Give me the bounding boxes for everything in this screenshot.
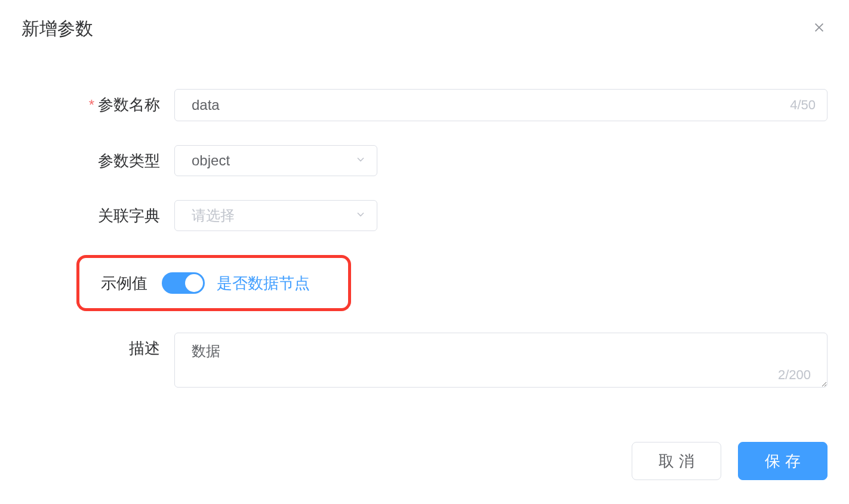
example-highlight: 示例值 是否数据节点 — [76, 255, 351, 311]
param-type-select-wrap: object — [174, 145, 377, 176]
param-form: *参数名称 4/50 参数类型 object — [21, 89, 828, 390]
dictionary-placeholder: 请选择 — [192, 206, 235, 225]
param-type-label: 参数类型 — [69, 145, 174, 176]
close-icon[interactable] — [811, 19, 828, 36]
param-name-input-wrap: 4/50 — [174, 89, 828, 121]
example-row: 示例值 是否数据节点 — [91, 255, 828, 311]
required-mark: * — [89, 97, 94, 113]
param-name-counter: 4/50 — [790, 97, 816, 113]
add-param-modal: 新增参数 *参数名称 4/50 参数类型 — [0, 0, 849, 504]
param-type-control: object — [174, 145, 828, 176]
dictionary-select-wrap: 请选择 — [174, 200, 377, 231]
example-label: 示例值 — [79, 273, 162, 294]
param-name-row: *参数名称 4/50 — [69, 89, 828, 121]
description-textarea-wrap: 2/200 — [174, 333, 828, 390]
modal-header: 新增参数 — [21, 17, 828, 41]
description-control: 2/200 — [174, 333, 828, 390]
param-type-select[interactable]: object — [174, 145, 377, 176]
data-node-toggle[interactable] — [162, 272, 205, 294]
param-name-input[interactable] — [174, 89, 828, 121]
save-button[interactable]: 保存 — [738, 442, 828, 480]
cancel-button[interactable]: 取消 — [632, 442, 721, 480]
toggle-knob — [185, 274, 203, 292]
modal-footer: 取消 保存 — [632, 442, 828, 480]
data-node-toggle-label: 是否数据节点 — [217, 273, 310, 294]
dictionary-row: 关联字典 请选择 — [69, 200, 828, 231]
param-name-control: 4/50 — [174, 89, 828, 121]
modal-title: 新增参数 — [21, 17, 93, 41]
description-counter: 2/200 — [778, 367, 811, 383]
description-row: 描述 2/200 — [69, 333, 828, 390]
param-type-row: 参数类型 object — [69, 145, 828, 176]
param-name-label: *参数名称 — [69, 89, 174, 121]
dictionary-label: 关联字典 — [69, 200, 174, 231]
data-node-toggle-wrap: 是否数据节点 — [162, 272, 310, 294]
param-type-value: object — [192, 152, 230, 169]
description-label: 描述 — [69, 333, 174, 364]
dictionary-control: 请选择 — [174, 200, 828, 231]
dictionary-select[interactable]: 请选择 — [174, 200, 377, 231]
description-textarea[interactable] — [174, 333, 828, 388]
